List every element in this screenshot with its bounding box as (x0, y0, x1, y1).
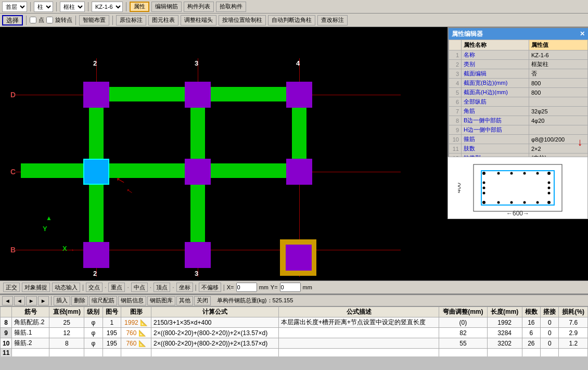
jinhao-cell[interactable] (12, 349, 49, 357)
prop-val-cell[interactable]: 否 (529, 69, 588, 79)
diameter-cell[interactable]: 12 (49, 328, 84, 338)
id-select[interactable]: KZ-1-6 (92, 2, 123, 12)
count-cell[interactable]: 6 (522, 328, 540, 338)
fignum-cell[interactable] (103, 349, 121, 357)
next-btn[interactable]: ► (26, 296, 37, 305)
fignum-cell[interactable]: 195 (103, 328, 121, 338)
jinhao-cell[interactable]: 箍筋.2 (12, 338, 49, 349)
other-btn[interactable]: 其他 (176, 296, 193, 305)
length-cell[interactable] (487, 349, 522, 357)
bend-cell[interactable] (439, 349, 488, 357)
formula-cell[interactable] (151, 349, 279, 357)
comp-list-btn[interactable]: 构件列表 (184, 2, 214, 12)
prev-btn[interactable]: ◄ (2, 296, 13, 305)
count-cell[interactable]: 16 (522, 317, 540, 328)
close-icon[interactable]: ✕ (580, 30, 585, 37)
x-coord-input[interactable] (236, 283, 257, 292)
grade-cell[interactable]: φ (84, 328, 103, 338)
point-check[interactable] (30, 17, 36, 23)
midpoint-btn[interactable]: 重点 (108, 283, 125, 292)
jinhao-cell[interactable]: 角筋配筋.2 (12, 317, 49, 328)
prop-val-cell[interactable] (529, 97, 588, 107)
diameter-cell[interactable]: 8 (49, 338, 84, 349)
row-num-cell[interactable]: 10 (1, 338, 12, 349)
apex-btn[interactable]: 顶点 (154, 283, 170, 292)
data-table-container[interactable]: 筋号 直径(mm) 级别 图号 图形 计算公式 公式描述 弯曲调整(mm) 长度… (0, 307, 588, 356)
desc-cell[interactable] (278, 328, 439, 338)
joint-b3[interactable] (185, 242, 211, 268)
formula-cell[interactable]: 2×((800-2×20)+(800-2×20))+2×(13.57×d) (151, 328, 279, 338)
length-cell[interactable]: 1992 (487, 317, 522, 328)
snap-btn[interactable]: 对象捕捉 (22, 283, 50, 292)
formula-cell[interactable]: 2×((800-2×20)+(800-2×20))+2×(13.57×d) (151, 338, 279, 349)
joint-d3[interactable] (185, 82, 211, 108)
joint-d2[interactable] (83, 82, 109, 108)
prop-val-cell[interactable]: KZ-1-6 (529, 50, 588, 60)
col-type-select[interactable]: 柱 (34, 2, 53, 12)
prop-val-cell[interactable]: 框架柱 (529, 60, 588, 69)
sit-btn[interactable]: 坐标 (176, 283, 193, 292)
row-num-cell[interactable]: 9 (1, 328, 12, 338)
close-btn[interactable]: 关闭 (194, 296, 211, 305)
joint-c4[interactable] (286, 159, 312, 185)
frame-select[interactable]: 框柱 (60, 2, 85, 12)
next2-btn[interactable]: ► (38, 296, 49, 305)
lap-cell[interactable]: 0 (541, 317, 559, 328)
prop-val-cell[interactable]: 32φ25 (529, 107, 588, 116)
prev2-btn[interactable]: ◄ (14, 296, 25, 305)
count-cell[interactable] (522, 349, 540, 357)
prop-val-cell[interactable]: 800 (529, 88, 588, 97)
joint-c3[interactable] (185, 159, 211, 185)
figure-cell[interactable]: 1992 📐 (121, 317, 151, 328)
loss-cell[interactable]: 1.2 (559, 338, 588, 349)
origin-btn[interactable]: 原位标注 (116, 15, 146, 25)
adjust-btn[interactable]: 调整柱端头 (181, 15, 216, 25)
y-coord-input[interactable] (280, 283, 301, 292)
grade-cell[interactable] (84, 349, 103, 357)
delete-btn[interactable]: 删除 (71, 296, 88, 305)
loss-cell[interactable]: 7.6 (559, 317, 588, 328)
table-btn[interactable]: 图元柱表 (148, 15, 178, 25)
edit-rebar-btn[interactable]: 编辑钢筋 (151, 2, 182, 12)
fignum-cell[interactable]: 195 (103, 338, 121, 349)
lap-cell[interactable]: 0 (541, 328, 559, 338)
modify-btn[interactable]: 查改标注 (317, 15, 348, 25)
bend-cell[interactable]: (0) (439, 317, 488, 328)
intersect-btn[interactable]: 交点 (86, 283, 103, 292)
shrink-btn[interactable]: 缩尺配筋 (89, 296, 117, 305)
prop-val-cell[interactable]: 800 (529, 79, 588, 88)
row-num-cell[interactable]: 8 (1, 317, 12, 328)
loss-cell[interactable] (559, 349, 588, 357)
rebar-info-btn[interactable]: 钢筋信息 (118, 296, 146, 305)
length-cell[interactable]: 3202 (487, 338, 522, 349)
rotate-check[interactable] (46, 17, 53, 23)
pick-btn[interactable]: 拾取构件 (216, 2, 246, 12)
desc-cell[interactable]: 本层露出长度+槽开距离+节点设置中设定的竖直长度 (278, 317, 439, 328)
dynamic-btn[interactable]: 动态输入 (52, 283, 80, 292)
bend-cell[interactable]: 55 (439, 338, 488, 349)
desc-cell[interactable] (278, 349, 439, 357)
loss-cell[interactable]: 2.9 (559, 328, 588, 338)
mid2-btn[interactable]: 中点 (131, 283, 148, 292)
property-btn[interactable]: 属性 (130, 2, 149, 12)
auto-btn[interactable]: 自动判断边角柱 (268, 15, 315, 25)
figure-cell[interactable] (121, 349, 151, 357)
figure-cell[interactable]: 760 📐 (121, 328, 151, 338)
diameter-cell[interactable]: 25 (49, 317, 84, 328)
length-cell[interactable]: 3284 (487, 328, 522, 338)
select-btn[interactable]: 选择 (2, 15, 23, 25)
grade-cell[interactable]: φ (84, 317, 103, 328)
joint-d4[interactable] (286, 82, 312, 108)
prop-val-cell[interactable] (529, 125, 588, 135)
lap-cell[interactable]: 0 (541, 338, 559, 349)
bend-cell[interactable]: 82 (439, 328, 488, 338)
fignum-cell[interactable]: 1 (103, 317, 121, 328)
joint-b2[interactable] (83, 242, 109, 268)
figure-cell[interactable]: 760 📐 (121, 338, 151, 349)
fixed-btn[interactable]: 不偏移 (199, 283, 221, 292)
row-num-cell[interactable]: 11 (1, 349, 12, 357)
desc-cell[interactable] (278, 338, 439, 349)
diameter-cell[interactable] (49, 349, 84, 357)
jinhao-cell[interactable]: 箍筋.1 (12, 328, 49, 338)
count-cell[interactable]: 26 (522, 338, 540, 349)
